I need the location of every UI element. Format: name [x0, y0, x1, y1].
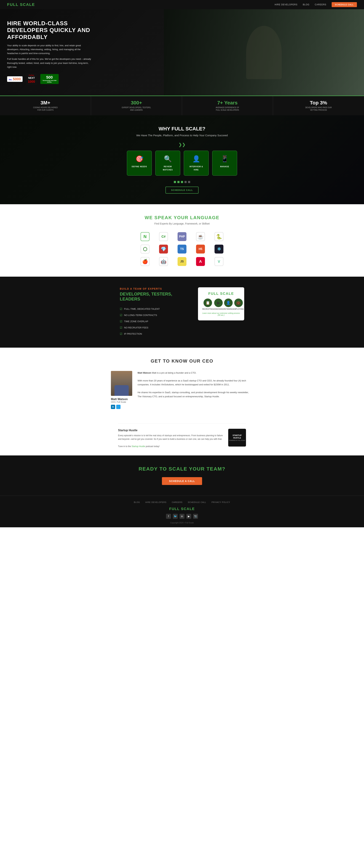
check-label-5: IP PROTECTION — [124, 333, 142, 335]
lang-macos[interactable]: 🍎 — [141, 257, 150, 266]
languages-heading: WE SPEAK YOUR LANGUAGE — [7, 215, 357, 220]
footer-links: BLOG HIRE DEVELOPERS CAREERS SCHEDULE CA… — [7, 501, 357, 503]
build-section: BUILD A TEAM OF EXPERTS DEVELOPERS, TEST… — [0, 277, 364, 348]
footer-link-hire[interactable]: HIRE DEVELOPERS — [145, 501, 167, 503]
retaining-circle: 👤 — [224, 299, 233, 307]
circle-recruiting: 📋 RECRUITING — [202, 299, 213, 310]
ceo-social: in 🐦 — [111, 405, 132, 409]
step-interview-hire[interactable]: 👤 INTERVIEW & HIRE — [184, 151, 209, 176]
circle-assessing: ▶ ASSESSING — [213, 299, 224, 310]
footer-link-privacy[interactable]: PRIVACY POLICY — [211, 501, 230, 503]
stat-label-developers: Expert Developers, Testers,and Leaders — [95, 106, 178, 112]
step-define-needs[interactable]: 🎯 DEFINE NEEDS — [127, 151, 152, 176]
footer-link-blog[interactable]: BLOG — [134, 501, 140, 503]
hero-p1: Your ability to scale depends on your ab… — [7, 43, 92, 55]
stat-top-percent: Top 3% Developers Who Pass OurVetting Pr… — [273, 96, 364, 115]
footer-linkedin-icon[interactable]: in — [179, 514, 185, 519]
lang-python[interactable]: 🐍 — [214, 232, 223, 241]
dot-3[interactable] — [181, 181, 183, 183]
dot-5[interactable] — [188, 181, 190, 183]
footer-facebook-icon[interactable]: f — [166, 514, 171, 519]
lang-html5[interactable]: H5 — [196, 245, 205, 253]
footer-logo[interactable]: FULL SCALE — [7, 507, 357, 511]
check-icon-3: ☑ — [120, 320, 122, 323]
footer-link-careers[interactable]: CAREERS — [172, 501, 183, 503]
build-caption[interactable]: Learn more about our extensive vetting p… — [202, 312, 240, 316]
arrow-icon: ❯❯ — [7, 142, 357, 147]
check-label-4: NO RECRUITER FEES — [124, 326, 148, 329]
check-label-1: FULL-TIME, DEDICATED TALENT — [124, 308, 160, 310]
lang-csharp[interactable]: C# — [159, 232, 168, 241]
twitter-icon[interactable]: 🐦 — [116, 405, 121, 409]
person-silhouette — [246, 26, 282, 79]
step-manage[interactable]: 📱 MANAGE — [212, 151, 237, 176]
why-schedule-call-button[interactable]: Schedule Call — [165, 187, 199, 193]
nav-logo[interactable]: FULL SCALE — [7, 2, 35, 7]
stat-number-coding: 3M+ — [4, 100, 87, 106]
lang-php[interactable]: PHP — [177, 232, 187, 241]
ceo-photo-inner — [111, 371, 132, 396]
build-caption-link[interactable]: Learn more about our extensive vetting p… — [202, 312, 240, 316]
carousel-dots — [7, 181, 357, 183]
build-pre-heading: BUILD A TEAM OF EXPERTS — [120, 287, 187, 290]
podcast-heading: Startup Hustle — [118, 429, 224, 432]
lang-vue[interactable]: V — [214, 257, 223, 266]
lang-java[interactable]: ☕ — [196, 232, 205, 241]
step-define-label: DEFINE NEEDS — [132, 166, 147, 167]
lang-android[interactable]: 🤖 — [159, 257, 168, 266]
nav-blog[interactable]: BLOG — [303, 3, 309, 6]
hero-image — [164, 9, 364, 96]
podcast-logo-inner: STARTUP HUSTLE POWERED BY FULL SCALE — [229, 434, 245, 441]
navbar: FULL SCALE HIRE DEVELOPERS BLOG CAREERS … — [0, 0, 364, 9]
ceo-body-shape — [114, 385, 129, 396]
stat-label-top: Developers Who Pass OurVetting Process — [276, 106, 360, 112]
ceo-heading: GET TO KNOW OUR CEO — [7, 358, 357, 364]
podcast-description: Every episode's mission is to tell the r… — [118, 434, 224, 448]
stats-bar: 3M+ Coding Hours DeliveredFor Our Client… — [0, 96, 364, 115]
ceo-content: Matt Watson CEO, Full Scale in 🐦 Matt Wa… — [111, 371, 253, 409]
employing-circle: 💼 — [234, 299, 243, 307]
employing-label: EMPLOYING — [233, 308, 244, 310]
lang-ruby[interactable]: 💎 — [159, 245, 168, 253]
ceo-info: Matt Watson CEO, Full Scale in 🐦 — [111, 398, 132, 409]
build-company-logo: FULL SCALE — [202, 291, 240, 296]
footer-twitter-icon[interactable]: 🐦 — [173, 514, 178, 519]
footer-instagram-icon[interactable]: 📷 — [193, 514, 198, 519]
interview-hire-icon: 👤 — [188, 155, 205, 163]
hero-badges: Inc. 5000 Forbes NEXT 1000 500 Technolog… — [7, 73, 92, 85]
nav-schedule-call-button[interactable]: SCHEDULE CALL — [332, 2, 357, 7]
recruiting-circle: 📋 — [203, 299, 212, 307]
hero-section: HIRE WORLD-CLASS DEVELOPERS QUICKLY AND … — [0, 9, 364, 96]
languages-grid: N C# PHP ☕ 🐍 ⬡ 💎 TS H5 ⚛ 🍎 🤖 JS A V — [138, 232, 226, 266]
forbes-badge: Forbes NEXT 1000 — [26, 73, 37, 85]
ceo-bio-p2: With more than 20 years of experience as… — [138, 379, 253, 386]
stat-experience: 7+ Years Average Experience OfFull Scale… — [182, 96, 273, 115]
nav-hire-developers[interactable]: HIRE DEVELOPERS — [275, 3, 297, 6]
dot-1[interactable] — [174, 181, 176, 183]
lang-javascript[interactable]: JS — [177, 257, 187, 266]
cta-schedule-call-button[interactable]: Schedule A Call — [162, 477, 202, 485]
footer-youtube-icon[interactable]: ▶ — [186, 514, 191, 519]
step-review-matches[interactable]: 🔍 REVIEW MATCHES — [155, 151, 180, 176]
ceo-bio-p1: Matt Watson Matt is a pro at being a fou… — [138, 371, 253, 375]
lang-react[interactable]: ⚛ — [214, 245, 223, 253]
podcast-card: Startup Hustle Every episode's mission i… — [118, 423, 246, 448]
nav-links: HIRE DEVELOPERS BLOG CAREERS SCHEDULE CA… — [275, 2, 357, 7]
dot-2[interactable] — [177, 181, 179, 183]
footer-link-schedule[interactable]: SCHEDULE CALL — [188, 501, 206, 503]
podcast-link[interactable]: Startup Hustle — [132, 445, 145, 447]
podcast-desc-text: Every episode's mission is to tell the r… — [118, 434, 223, 440]
lang-typescript[interactable]: TS — [177, 245, 187, 253]
linkedin-icon[interactable]: in — [111, 405, 115, 409]
check-ip: ☑ IP PROTECTION — [120, 331, 187, 337]
lang-nodejs[interactable]: ⬡ — [141, 245, 150, 253]
manage-icon: 📱 — [216, 155, 233, 163]
process-circles: 📋 RECRUITING ▶ ASSESSING 👤 RETAINING 💼 E… — [202, 299, 240, 310]
hero-headline: HIRE WORLD-CLASS DEVELOPERS QUICKLY AND … — [7, 20, 92, 40]
lang-angular[interactable]: N — [141, 232, 150, 241]
cta-heading: READY TO SCALE YOUR TEAM? — [7, 466, 357, 472]
lang-angular2[interactable]: A — [196, 257, 205, 266]
nav-careers[interactable]: CAREERS — [315, 3, 326, 6]
process-steps: 🎯 DEFINE NEEDS 🔍 REVIEW MATCHES 👤 INTERV… — [7, 151, 357, 176]
dot-4[interactable] — [185, 181, 187, 183]
